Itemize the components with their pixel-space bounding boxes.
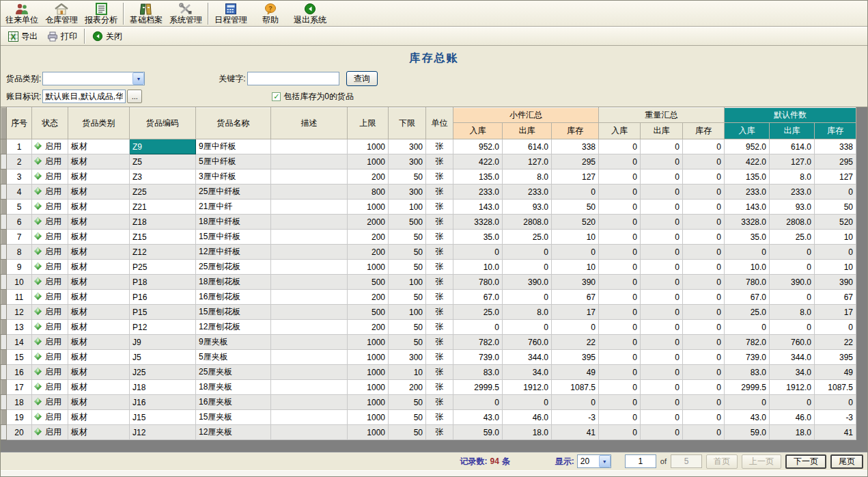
cell-category[interactable]: 板材	[68, 410, 130, 425]
cell-small-stock[interactable]: 0	[552, 320, 599, 335]
col-header-weight-in[interactable]: 入库	[599, 123, 641, 139]
cell-status[interactable]: 启用	[32, 425, 68, 440]
table-row[interactable]: 20启用板材J1212厘夹板100050张59.018.04100059.018…	[1, 425, 856, 440]
cell-lower-limit[interactable]: 50	[389, 245, 426, 260]
col-header-default-in[interactable]: 入库	[725, 123, 770, 139]
cell-code[interactable]: Z15	[130, 230, 196, 245]
chevron-down-icon[interactable]: ▼	[599, 455, 611, 467]
cell-small-out[interactable]: 0	[503, 245, 552, 260]
toolbar-button-contacts[interactable]: 往来单位	[2, 1, 42, 26]
cell-desc[interactable]	[271, 335, 348, 350]
cell-lower-limit[interactable]: 300	[389, 154, 426, 169]
cell-weight-stock[interactable]: 0	[683, 380, 725, 395]
cell-category[interactable]: 板材	[68, 245, 130, 260]
row-indicator[interactable]	[1, 425, 7, 440]
cell-seq[interactable]: 9	[7, 260, 32, 275]
cell-unit[interactable]: 张	[426, 169, 453, 185]
cell-default-in[interactable]: 0	[725, 320, 770, 335]
cell-unit[interactable]: 张	[426, 380, 453, 395]
cell-seq[interactable]: 17	[7, 380, 32, 395]
cell-small-out[interactable]: 46.0	[503, 410, 552, 425]
cell-small-out[interactable]: 233.0	[503, 185, 552, 200]
export-button[interactable]: X 导出	[3, 28, 42, 44]
cell-category[interactable]: 板材	[68, 169, 130, 185]
cell-small-stock[interactable]: 1087.5	[552, 380, 599, 395]
cell-unit[interactable]: 张	[426, 290, 453, 305]
cell-seq[interactable]: 3	[7, 169, 32, 185]
cell-default-stock[interactable]: 10	[815, 230, 856, 245]
cell-default-stock[interactable]: 520	[815, 215, 856, 230]
cell-default-in[interactable]: 422.0	[725, 154, 770, 169]
cell-default-in[interactable]: 2999.5	[725, 380, 770, 395]
cell-name[interactable]: 25厘中纤板	[196, 185, 271, 200]
cell-weight-stock[interactable]: 0	[683, 154, 725, 169]
cell-unit[interactable]: 张	[426, 215, 453, 230]
cell-desc[interactable]	[271, 410, 348, 425]
cell-status[interactable]: 启用	[32, 290, 68, 305]
toolbar-button-warehouse[interactable]: 仓库管理	[42, 1, 81, 26]
cell-small-stock[interactable]: 520	[552, 215, 599, 230]
cell-default-stock[interactable]: 0	[815, 185, 856, 200]
cell-code[interactable]: Z21	[130, 200, 196, 215]
cell-code[interactable]: J12	[130, 425, 196, 440]
cell-upper-limit[interactable]: 1000	[348, 425, 389, 440]
cell-weight-stock[interactable]: 0	[683, 139, 725, 154]
cell-weight-in[interactable]: 0	[599, 395, 641, 410]
cell-category[interactable]: 板材	[68, 335, 130, 350]
cell-weight-stock[interactable]: 0	[683, 410, 725, 425]
cell-upper-limit[interactable]: 1000	[348, 200, 389, 215]
cell-status[interactable]: 启用	[32, 230, 68, 245]
cell-weight-in[interactable]: 0	[599, 230, 641, 245]
cell-small-stock[interactable]: 41	[552, 425, 599, 440]
cell-unit[interactable]: 张	[426, 410, 453, 425]
cell-weight-in[interactable]: 0	[599, 425, 641, 440]
cell-upper-limit[interactable]: 200	[348, 290, 389, 305]
cell-default-out[interactable]: 614.0	[770, 139, 815, 154]
cell-desc[interactable]	[271, 245, 348, 260]
cell-name[interactable]: 12厘夹板	[196, 425, 271, 440]
cell-status[interactable]: 启用	[32, 305, 68, 320]
cell-weight-stock[interactable]: 0	[683, 365, 725, 380]
cell-small-in[interactable]: 83.0	[453, 365, 503, 380]
cell-default-stock[interactable]: 41	[815, 425, 856, 440]
cell-small-in[interactable]: 233.0	[453, 185, 503, 200]
cell-seq[interactable]: 5	[7, 200, 32, 215]
cell-weight-in[interactable]: 0	[599, 305, 641, 320]
cell-desc[interactable]	[271, 139, 348, 154]
cell-desc[interactable]	[271, 169, 348, 185]
cell-default-out[interactable]: 34.0	[770, 365, 815, 380]
cell-seq[interactable]: 7	[7, 230, 32, 245]
cell-upper-limit[interactable]: 2000	[348, 215, 389, 230]
cell-small-stock[interactable]: -3	[552, 410, 599, 425]
cell-lower-limit[interactable]: 100	[389, 305, 426, 320]
cell-weight-out[interactable]: 0	[641, 245, 683, 260]
cell-weight-in[interactable]: 0	[599, 139, 641, 154]
cell-default-in[interactable]: 59.0	[725, 425, 770, 440]
cell-default-in[interactable]: 782.0	[725, 335, 770, 350]
cell-small-out[interactable]: 0	[503, 290, 552, 305]
cell-small-in[interactable]: 25.0	[453, 305, 503, 320]
cell-default-out[interactable]: 0	[770, 260, 815, 275]
next-page-button[interactable]: 下一页	[785, 454, 826, 469]
row-indicator[interactable]	[1, 139, 7, 154]
table-row[interactable]: 19启用板材J1515厘夹板100050张43.046.0-300043.046…	[1, 410, 856, 425]
col-header-small-out[interactable]: 出库	[503, 123, 552, 139]
toolbar-button-help[interactable]: ? 帮助	[251, 1, 290, 26]
cell-name[interactable]: 16厘夹板	[196, 395, 271, 410]
cell-status[interactable]: 启用	[32, 350, 68, 365]
table-row[interactable]: 17启用板材J1818厘夹板1000200张2999.51912.01087.5…	[1, 380, 856, 395]
cell-unit[interactable]: 张	[426, 365, 453, 380]
cell-upper-limit[interactable]: 200	[348, 169, 389, 185]
toolbar-button-schedule[interactable]: 日程管理	[211, 1, 251, 26]
cell-code[interactable]: P16	[130, 290, 196, 305]
cell-unit[interactable]: 张	[426, 350, 453, 365]
cell-small-in[interactable]: 952.0	[453, 139, 503, 154]
cell-name[interactable]: 15厘中纤板	[196, 230, 271, 245]
cell-small-in[interactable]: 780.0	[453, 275, 503, 290]
cell-upper-limit[interactable]: 200	[348, 230, 389, 245]
cell-desc[interactable]	[271, 365, 348, 380]
col-header-seq[interactable]: 序号	[7, 108, 32, 139]
col-header-weight-out[interactable]: 出库	[641, 123, 683, 139]
cell-default-out[interactable]: 1912.0	[770, 380, 815, 395]
cell-unit[interactable]: 张	[426, 139, 453, 154]
